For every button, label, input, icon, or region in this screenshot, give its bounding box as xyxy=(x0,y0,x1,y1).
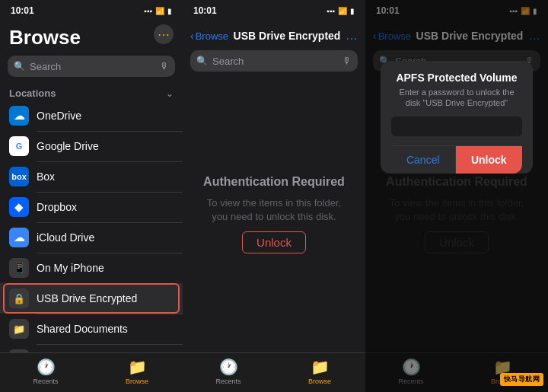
usb-icon: 🔒 xyxy=(9,288,29,308)
battery-icon-2: ▮ xyxy=(350,7,355,15)
loc-item-onedrive[interactable]: ☁ OneDrive xyxy=(0,100,183,131)
inner-search-2: 🔍 Search 🎙 xyxy=(183,50,365,76)
locations-header: Locations ⌄ xyxy=(0,81,183,100)
dropbox-icon: ◆ xyxy=(9,197,29,217)
back-label-2: Browse xyxy=(196,30,228,42)
search-icon-1: 🔍 xyxy=(14,61,25,72)
usb-label: USB Drive Encrypted xyxy=(37,292,174,304)
status-time-2: 10:01 xyxy=(193,5,217,16)
wifi-icon-2: 📶 xyxy=(338,7,347,15)
recents-icon-2: 🕐 xyxy=(219,358,238,376)
back-btn-2[interactable]: ‹ Browse xyxy=(190,30,228,42)
tab-browse-2[interactable]: 📁 Browse xyxy=(274,358,365,385)
modal-desc: Enter a password to unlock the disk "USB… xyxy=(391,87,522,109)
search-icon-2: 🔍 xyxy=(196,56,208,66)
battery-icon: ▮ xyxy=(167,7,172,15)
wifi-icon: 📶 xyxy=(155,7,164,15)
browse-icon-2: 📁 xyxy=(311,358,330,376)
auth-content-2: Authentication Required To view the item… xyxy=(183,76,365,352)
panel-auth: 10:01 ▪▪▪ 📶 ▮ ‹ Browse USB Drive Encrypt… xyxy=(183,0,365,392)
box-icon: box xyxy=(9,167,29,186)
status-icons-1: ▪▪▪ 📶 ▮ xyxy=(144,7,172,15)
locations-list: ☁ OneDrive G Google Drive box Box ◆ Drop… xyxy=(0,100,183,352)
shareddocs-icon: 📁 xyxy=(9,319,29,339)
loc-item-iphone[interactable]: 📱 On My iPhone xyxy=(0,253,183,283)
tab-browse-1[interactable]: 📁 Browse xyxy=(91,358,183,385)
search-wrap-1: 🔍 Search 🎙 xyxy=(0,53,183,81)
loc-item-shareddocs[interactable]: 📁 Shared Documents xyxy=(0,314,183,344)
panel-browse: 10:01 ▪▪▪ 📶 ▮ Browse ⋯ 🔍 Search 🎙 Locati… xyxy=(0,0,183,392)
search-bar-1[interactable]: 🔍 Search 🎙 xyxy=(8,56,175,77)
status-icons-2: ▪▪▪ 📶 ▮ xyxy=(327,7,355,15)
tab-recents-1[interactable]: 🕐 Recents xyxy=(0,358,91,385)
add-circle-btn[interactable]: ⋯ xyxy=(154,24,174,44)
search-placeholder-1: Search xyxy=(30,61,155,72)
onedrive-icon: ☁ xyxy=(9,106,29,126)
back-chevron-2: ‹ xyxy=(190,30,194,42)
auth-title-2: Authentication Required xyxy=(203,175,345,189)
loc-item-box[interactable]: box Box xyxy=(0,161,183,192)
onedrive-label: OneDrive xyxy=(37,110,174,122)
tab-bar-2: 🕐 Recents 📁 Browse xyxy=(183,352,365,392)
tab-bar-1: 🕐 Recents 📁 Browse xyxy=(0,352,183,392)
browse-title: Browse xyxy=(9,26,81,49)
signal-icon-2: ▪▪▪ xyxy=(327,7,335,15)
inner-action-2[interactable]: … xyxy=(346,29,358,43)
recents-label-2: Recents xyxy=(215,378,241,385)
browse-tab-label-2: Browse xyxy=(308,378,331,385)
googledrive-label: Google Drive xyxy=(37,140,174,152)
password-input[interactable] xyxy=(391,116,522,136)
inner-nav-2: ‹ Browse USB Drive Encrypted … xyxy=(183,21,365,50)
modal-title: APFS Protected Volume xyxy=(391,72,522,84)
status-bar-2: 10:01 ▪▪▪ 📶 ▮ xyxy=(183,0,365,21)
icloud-label: iCloud Drive xyxy=(37,231,174,244)
recents-label-1: Recents xyxy=(33,378,58,385)
status-bar-1: 10:01 ▪▪▪ 📶 ▮ xyxy=(0,0,183,21)
auth-desc-2: To view the items in this folder, you ne… xyxy=(183,196,365,224)
iphone-label: On My iPhone xyxy=(37,262,174,274)
unlock-btn-2[interactable]: Unlock xyxy=(242,231,306,253)
modal-buttons: Cancel Unlock xyxy=(391,145,522,174)
add-action[interactable]: ⋯ xyxy=(154,24,174,44)
signal-icon: ▪▪▪ xyxy=(144,7,152,15)
loc-item-usb[interactable]: 🔒 USB Drive Encrypted xyxy=(0,283,183,314)
search-ph-2: Search xyxy=(212,56,338,67)
apfs-modal: APFS Protected Volume Enter a password t… xyxy=(381,61,533,174)
inner-title-2: USB Drive Encrypted xyxy=(233,30,341,42)
loc-item-googledrive[interactable]: G Google Drive xyxy=(0,131,183,161)
browse-tab-label-1: Browse xyxy=(126,378,148,385)
panel-modal: 10:01 ▪▪▪ 📶 ▮ ‹ Browse USB Drive Encrypt… xyxy=(365,0,548,392)
box-label: Box xyxy=(37,171,174,183)
status-time-1: 10:01 xyxy=(11,5,34,16)
shareddocs-label: Shared Documents xyxy=(37,323,174,335)
dropbox-label: Dropbox xyxy=(37,201,174,213)
locations-label: Locations xyxy=(9,88,56,99)
deleted-icon: 🗑 xyxy=(9,349,29,352)
iphone-icon: 📱 xyxy=(9,258,29,278)
icloud-icon: ☁ xyxy=(9,228,29,247)
modal-cancel-btn[interactable]: Cancel xyxy=(391,146,456,174)
loc-item-icloud[interactable]: ☁ iCloud Drive xyxy=(0,222,183,253)
googledrive-icon: G xyxy=(9,136,29,156)
modal-unlock-btn[interactable]: Unlock xyxy=(456,146,523,174)
browse-icon-1: 📁 xyxy=(128,358,147,376)
mic-icon-2: 🎙 xyxy=(342,56,352,66)
locations-chevron: ⌄ xyxy=(166,88,174,99)
recents-icon-1: 🕐 xyxy=(37,358,56,376)
loc-item-deleted[interactable]: 🗑 Recently Deleted xyxy=(0,344,183,352)
search-bar-2[interactable]: 🔍 Search 🎙 xyxy=(190,50,358,72)
modal-overlay: APFS Protected Volume Enter a password t… xyxy=(365,0,548,392)
tab-recents-2[interactable]: 🕐 Recents xyxy=(183,358,274,385)
mic-icon-1: 🎙 xyxy=(160,61,169,72)
watermark: 快马导航网 xyxy=(500,373,544,386)
loc-item-dropbox[interactable]: ◆ Dropbox xyxy=(0,192,183,222)
